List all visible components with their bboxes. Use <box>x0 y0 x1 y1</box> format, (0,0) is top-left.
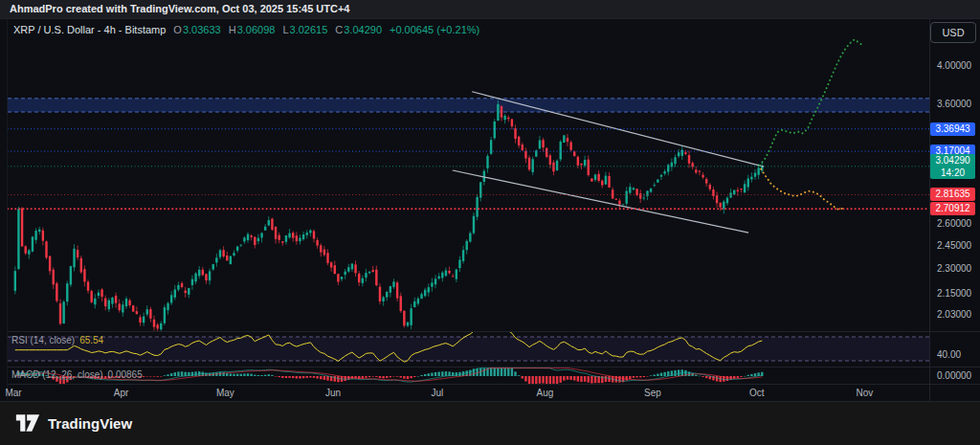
tradingview-logo-icon <box>15 413 40 433</box>
price-chart-canvas[interactable] <box>0 0 980 445</box>
tradingview-chart-app: AhmadPro created with TradingView.com, O… <box>0 0 980 445</box>
currency-toggle-button[interactable]: USD <box>930 22 976 43</box>
footer-bar: TradingView <box>0 402 980 445</box>
tradingview-logo[interactable]: TradingView <box>15 413 132 433</box>
tradingview-logo-text: TradingView <box>48 415 132 432</box>
